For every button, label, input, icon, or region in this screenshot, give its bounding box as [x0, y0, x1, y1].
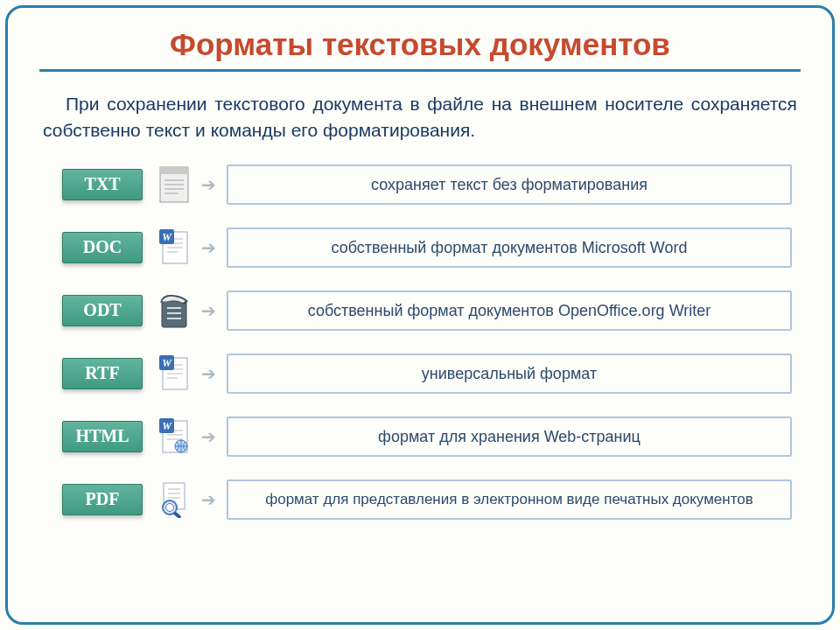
intro-text: При сохранении текстового документа в фа…: [39, 91, 801, 144]
svg-text:W: W: [162, 357, 172, 369]
svg-text:W: W: [162, 420, 172, 432]
format-desc: собственный формат документов Microsoft …: [227, 228, 792, 268]
arrow-icon: ➔: [190, 489, 227, 510]
format-desc: собственный формат документов OpenOffice…: [227, 290, 792, 331]
format-badge-odt: ODT: [62, 295, 143, 326]
format-badge-html: HTML: [62, 421, 143, 452]
page-title: Форматы текстовых документов: [39, 27, 801, 72]
slide-frame: Форматы текстовых документов При сохране…: [5, 5, 835, 625]
format-desc: сохраняет текст без форматирования: [227, 164, 792, 205]
rtf-file-icon: W: [158, 354, 190, 393]
arrow-icon: ➔: [190, 300, 227, 321]
format-list: TXT ➔ сохраняет текст без форматирования…: [39, 160, 801, 524]
format-badge-doc: DOC: [62, 232, 143, 263]
arrow-icon: ➔: [190, 426, 227, 447]
format-row: RTF W ➔ универсальный формат: [62, 349, 801, 398]
arrow-icon: ➔: [190, 174, 227, 195]
arrow-icon: ➔: [190, 363, 227, 384]
format-row: HTML W ➔ формат для хранения Web-страниц: [62, 412, 801, 461]
html-file-icon: W: [158, 417, 190, 456]
format-desc: универсальный формат: [227, 354, 792, 394]
svg-point-36: [166, 503, 174, 511]
arrow-icon: ➔: [190, 237, 227, 258]
format-desc: формат для хранения Web-страниц: [227, 416, 792, 457]
pdf-file-icon: [158, 480, 190, 519]
doc-file-icon: W: [158, 228, 190, 267]
format-row: DOC W ➔ собственный формат документов Mi…: [62, 223, 801, 272]
format-row: PDF ➔ формат для представления в электро…: [62, 475, 801, 524]
format-badge-txt: TXT: [62, 169, 143, 200]
format-row: TXT ➔ сохраняет текст без форматирования: [62, 160, 801, 209]
svg-text:W: W: [162, 231, 172, 243]
odt-file-icon: [158, 291, 190, 330]
format-desc: формат для представления в электронном в…: [227, 480, 792, 520]
format-badge-rtf: RTF: [62, 358, 143, 389]
format-badge-pdf: PDF: [62, 484, 143, 515]
txt-file-icon: [158, 165, 190, 204]
format-row: ODT ➔ собственный формат документов Open…: [62, 286, 801, 335]
svg-rect-1: [160, 167, 188, 174]
